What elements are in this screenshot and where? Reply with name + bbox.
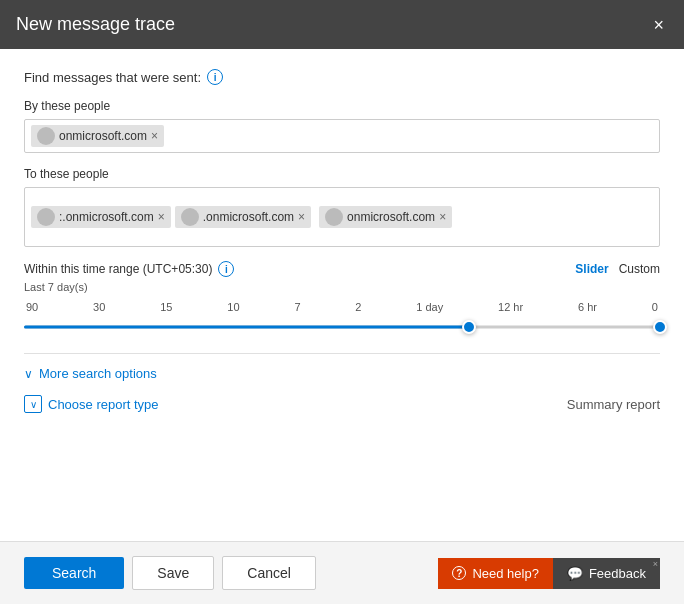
tag-email: onmicrosoft.com bbox=[59, 129, 147, 143]
tick-6hr: 6 hr bbox=[578, 301, 597, 313]
slider-thumb-right[interactable] bbox=[653, 320, 667, 334]
cancel-button[interactable]: Cancel bbox=[222, 556, 316, 590]
section-header-text: Find messages that were sent: bbox=[24, 70, 201, 85]
by-people-tag: onmicrosoft.com × bbox=[31, 125, 164, 147]
choose-report-button[interactable]: ∨ Choose report type bbox=[24, 395, 159, 413]
slider-thumb-left[interactable] bbox=[462, 320, 476, 334]
tick-12hr: 12 hr bbox=[498, 301, 523, 313]
divider bbox=[24, 353, 660, 354]
tick-15: 15 bbox=[160, 301, 172, 313]
by-people-input[interactable]: onmicrosoft.com × bbox=[24, 119, 660, 153]
choose-report-label: Choose report type bbox=[48, 397, 159, 412]
time-range-label: Within this time range (UTC+05:30) i bbox=[24, 261, 234, 277]
custom-link[interactable]: Custom bbox=[619, 262, 660, 276]
dialog-footer: Search Save Cancel ? Need help? 💬 Feedba… bbox=[0, 541, 684, 604]
to-people-tag-0: :.onmicrosoft.com × bbox=[31, 206, 171, 228]
slider-custom-links: Slider Custom bbox=[575, 262, 660, 276]
dialog-body: Find messages that were sent: i By these… bbox=[0, 49, 684, 541]
section-header: Find messages that were sent: i bbox=[24, 69, 660, 85]
tag-remove-button[interactable]: × bbox=[151, 130, 158, 142]
to-people-label: To these people bbox=[24, 167, 660, 181]
to-people-tag-1: .onmicrosoft.com × bbox=[175, 206, 311, 228]
dropdown-icon: ∨ bbox=[24, 395, 42, 413]
tick-10: 10 bbox=[227, 301, 239, 313]
time-range-header: Within this time range (UTC+05:30) i Sli… bbox=[24, 261, 660, 277]
tag-avatar-1 bbox=[181, 208, 199, 226]
dialog: New message trace × Find messages that w… bbox=[0, 0, 684, 604]
tick-1day: 1 day bbox=[416, 301, 443, 313]
time-range-info-icon[interactable]: i bbox=[218, 261, 234, 277]
to-people-input[interactable]: :.onmicrosoft.com × .onmicrosoft.com × o… bbox=[24, 187, 660, 247]
feedback-label: Feedback bbox=[589, 566, 646, 581]
tick-2: 2 bbox=[355, 301, 361, 313]
dialog-title: New message trace bbox=[16, 14, 175, 35]
time-subtitle: Last 7 day(s) bbox=[24, 281, 660, 293]
help-icon: ? bbox=[452, 566, 466, 580]
slider-labels: 90 30 15 10 7 2 1 day 12 hr 6 hr 0 bbox=[24, 301, 660, 313]
time-range-text: Within this time range (UTC+05:30) bbox=[24, 262, 212, 276]
search-button[interactable]: Search bbox=[24, 557, 124, 589]
tag-avatar-0 bbox=[37, 208, 55, 226]
need-help-label: Need help? bbox=[472, 566, 539, 581]
dialog-header: New message trace × bbox=[0, 0, 684, 49]
tag-email-2: onmicrosoft.com bbox=[347, 210, 435, 224]
feedback-button[interactable]: 💬 Feedback × bbox=[553, 558, 660, 589]
tag-email-1: .onmicrosoft.com bbox=[203, 210, 294, 224]
tick-30: 30 bbox=[93, 301, 105, 313]
tag-email-0: :.onmicrosoft.com bbox=[59, 210, 154, 224]
info-icon[interactable]: i bbox=[207, 69, 223, 85]
tag-remove-button-0[interactable]: × bbox=[158, 211, 165, 223]
tick-7: 7 bbox=[294, 301, 300, 313]
tag-avatar-2 bbox=[325, 208, 343, 226]
chevron-down-icon: ∨ bbox=[24, 367, 33, 381]
footer-right: ? Need help? 💬 Feedback × bbox=[438, 558, 660, 589]
report-type-value: Summary report bbox=[567, 397, 660, 412]
more-options-toggle[interactable]: ∨ More search options bbox=[24, 366, 660, 381]
to-people-tag-2: onmicrosoft.com × bbox=[319, 206, 452, 228]
feedback-close-icon[interactable]: × bbox=[653, 560, 658, 569]
save-button[interactable]: Save bbox=[132, 556, 214, 590]
slider-fill bbox=[24, 326, 469, 329]
tag-remove-button-2[interactable]: × bbox=[439, 211, 446, 223]
more-options-label: More search options bbox=[39, 366, 157, 381]
dialog-close-button[interactable]: × bbox=[649, 16, 668, 34]
choose-report-row: ∨ Choose report type Summary report bbox=[24, 395, 660, 413]
tick-90: 90 bbox=[26, 301, 38, 313]
by-people-label: By these people bbox=[24, 99, 660, 113]
tag-avatar bbox=[37, 127, 55, 145]
time-slider[interactable] bbox=[24, 317, 660, 337]
slider-track bbox=[24, 326, 660, 329]
feedback-icon: 💬 bbox=[567, 566, 583, 581]
slider-link[interactable]: Slider bbox=[575, 262, 608, 276]
tick-0: 0 bbox=[652, 301, 658, 313]
tag-remove-button-1[interactable]: × bbox=[298, 211, 305, 223]
need-help-button[interactable]: ? Need help? bbox=[438, 558, 553, 589]
